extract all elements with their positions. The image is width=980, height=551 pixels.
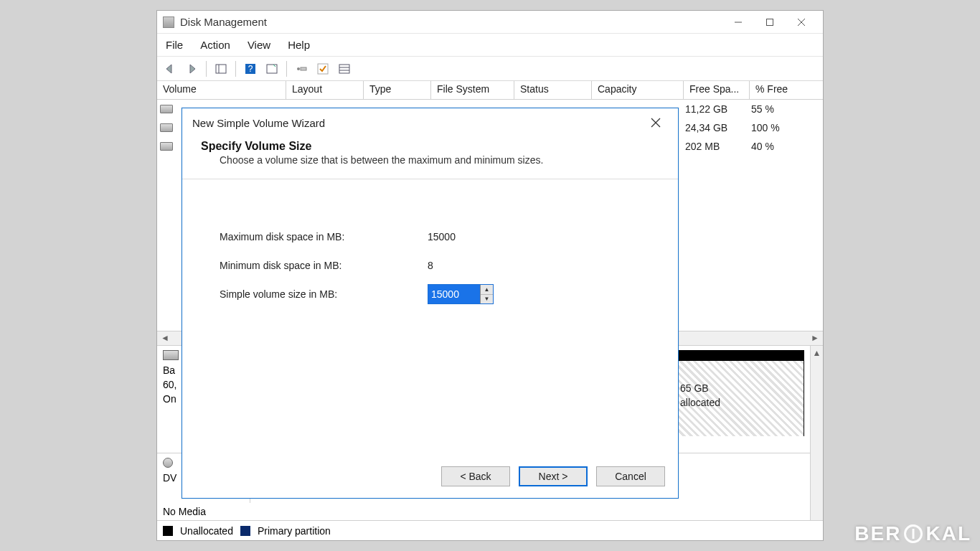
svg-rect-4: [216, 65, 226, 73]
legend-primary-swatch: [240, 526, 250, 536]
spin-up-icon[interactable]: ▲: [481, 285, 493, 295]
scroll-right-icon[interactable]: ►: [809, 332, 821, 344]
check-icon[interactable]: [314, 60, 331, 77]
watermark-logo-icon: [904, 524, 923, 543]
row-freespace: 24,34 GB: [679, 122, 745, 133]
max-disk-value: 15000: [428, 231, 456, 242]
drive-icon: [160, 142, 173, 151]
back-button[interactable]: < Back: [441, 466, 510, 486]
next-button[interactable]: Next >: [519, 466, 588, 486]
watermark: BER KAL: [854, 522, 971, 545]
svg-rect-12: [339, 65, 349, 73]
action-icon[interactable]: [263, 60, 281, 77]
forward-icon[interactable]: [183, 60, 200, 77]
min-disk-value: 8: [428, 260, 433, 271]
wizard-subheading: Choose a volume size that is between the…: [201, 154, 661, 166]
legend-unallocated-label: Unallocated: [180, 525, 233, 537]
titlebar: Disk Management: [157, 11, 823, 34]
new-simple-volume-wizard: New Simple Volume Wizard Specify Volume …: [182, 108, 679, 499]
col-volume[interactable]: Volume: [157, 81, 286, 99]
menu-action[interactable]: Action: [200, 39, 230, 51]
menu-help[interactable]: Help: [288, 39, 310, 51]
wizard-heading: Specify Volume Size: [201, 140, 661, 153]
legend: Unallocated Primary partition: [157, 520, 823, 540]
back-icon[interactable]: [161, 60, 179, 77]
column-headers: Volume Layout Type File System Status Ca…: [157, 81, 823, 100]
svg-rect-10: [301, 67, 306, 70]
list-icon[interactable]: [336, 60, 353, 77]
svg-text:?: ?: [248, 64, 253, 74]
legend-primary-label: Primary partition: [258, 525, 331, 537]
svg-rect-1: [767, 19, 773, 25]
menu-file[interactable]: File: [166, 39, 183, 51]
col-status[interactable]: Status: [514, 81, 592, 99]
col-filesystem[interactable]: File System: [431, 81, 514, 99]
volume-size-input[interactable]: [428, 285, 480, 303]
volume-size-spinner[interactable]: ▲ ▼: [428, 284, 494, 304]
legend-unallocated-swatch: [163, 526, 173, 536]
help-icon[interactable]: ?: [242, 60, 259, 77]
col-freespace[interactable]: Free Spa...: [684, 81, 750, 99]
col-type[interactable]: Type: [364, 81, 431, 99]
block-size: 65 GB: [680, 381, 799, 395]
max-disk-label: Maximum disk space in MB:: [220, 231, 428, 242]
show-hide-icon[interactable]: [212, 60, 230, 77]
row-pctfree: 40 %: [745, 141, 780, 152]
drive-icon: [160, 105, 173, 113]
col-capacity[interactable]: Capacity: [592, 81, 684, 99]
menu-view[interactable]: View: [248, 39, 270, 51]
row-freespace: 202 MB: [679, 141, 745, 152]
menubar: File Action View Help: [157, 34, 823, 57]
col-layout[interactable]: Layout: [286, 81, 364, 99]
window-title: Disk Management: [180, 16, 722, 28]
unallocated-block[interactable]: 65 GB allocated: [675, 350, 804, 436]
min-disk-label: Minimum disk space in MB:: [220, 260, 428, 271]
svg-point-9: [297, 67, 300, 70]
vertical-scrollbar[interactable]: ▲: [810, 346, 823, 521]
row-pctfree: 55 %: [745, 103, 780, 115]
wizard-title: New Simple Volume Wizard: [192, 117, 325, 129]
block-state: allocated: [680, 395, 799, 410]
app-icon: [163, 17, 174, 28]
svg-rect-8: [267, 65, 277, 73]
scroll-up-icon[interactable]: ▲: [811, 347, 824, 359]
close-button[interactable]: [786, 11, 817, 33]
maximize-button[interactable]: [754, 11, 786, 33]
settings-icon[interactable]: [293, 60, 310, 77]
cancel-button[interactable]: Cancel: [596, 466, 665, 486]
row-pctfree: 100 %: [745, 122, 786, 133]
no-media-label: No Media: [157, 503, 810, 520]
toolbar: ?: [157, 57, 823, 81]
minimize-button[interactable]: [722, 11, 754, 33]
disk-icon: [163, 350, 179, 360]
row-freespace: 11,22 GB: [679, 103, 745, 115]
wizard-close-button[interactable]: [644, 110, 668, 135]
spin-down-icon[interactable]: ▼: [481, 295, 493, 304]
optical-drive-icon: [163, 458, 173, 468]
col-pctfree[interactable]: % Free: [750, 81, 823, 99]
volume-size-label: Simple volume size in MB:: [220, 288, 428, 300]
scroll-left-icon[interactable]: ◄: [159, 332, 171, 344]
drive-icon: [160, 123, 173, 132]
